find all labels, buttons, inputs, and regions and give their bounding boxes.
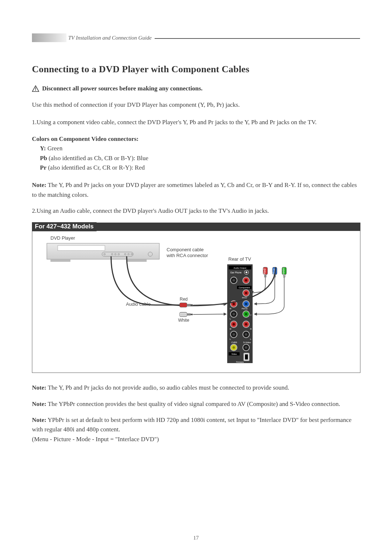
tv-rear-panel-icon: Audio Output Ear Phone Component [227, 264, 253, 367]
colors-heading: Colors on Component Video connectors: [32, 134, 360, 144]
svg-point-36 [233, 323, 235, 326]
diagram-header: For 427~432 Models [32, 222, 97, 231]
note-audio: Note: The Y, Pb and Pr jacks do not prov… [32, 383, 360, 393]
red-vert-label: Red [263, 269, 266, 275]
header-gradient-bar [32, 33, 66, 42]
note-interlace-text-2: (Menu - Picture - Mode - Input = "Interl… [32, 436, 159, 443]
svg-rect-49 [245, 354, 248, 359]
svg-rect-61 [191, 314, 193, 315]
svg-rect-56 [180, 303, 187, 307]
panel-r-3: R [250, 328, 252, 330]
color-pr-row: Pr (also identified as Cr, CR or R-Y): R… [32, 163, 360, 172]
green-component-line [254, 277, 284, 314]
page-header: TV Installation and Connection Guide [32, 35, 360, 43]
svg-point-26 [245, 292, 248, 294]
svg-point-2 [35, 90, 36, 91]
note-label: Note: [32, 182, 46, 188]
svg-rect-57 [187, 304, 191, 306]
color-y-label: Y: [40, 145, 46, 152]
svg-point-32 [233, 313, 235, 316]
warning-row: Disconnect all power sources before maki… [32, 85, 360, 92]
note-label: Note: [32, 401, 46, 407]
page-content: Connecting to a DVD Player with Componen… [32, 64, 360, 444]
panel-cvbs: CVBS [231, 341, 237, 343]
dvd-player-icon [47, 243, 159, 262]
color-pb-label: Pb [40, 155, 47, 162]
audio-white-arrow [193, 314, 226, 314]
svg-rect-4 [58, 245, 105, 251]
note-audio-text: The Y, Pb and Pr jacks do not provide au… [48, 384, 289, 391]
svg-point-21 [233, 279, 235, 282]
svg-point-19 [246, 272, 248, 273]
diagram: For 427~432 Models DVD Player [32, 223, 360, 373]
component-cable-label-1: Component cable [167, 247, 204, 252]
note-quality: Note: The YPbPr connection provides the … [32, 399, 360, 409]
colors-block: Colors on Component Video connectors: Y:… [32, 134, 360, 172]
audio-red-arrow [193, 304, 226, 305]
svg-point-34 [245, 313, 248, 316]
audio-cable-arc [111, 257, 181, 305]
warning-text: Disconnect all power sources before maki… [42, 85, 203, 92]
panel-r-1: R [230, 308, 232, 310]
svg-point-23 [245, 279, 248, 282]
note-labeling-text: The Y, Pb and Pr jacks on your DVD playe… [32, 182, 357, 198]
note-label: Note: [32, 384, 46, 391]
svg-point-30 [245, 303, 248, 305]
svg-rect-60 [187, 313, 191, 316]
page: TV Installation and Connection Guide Con… [0, 0, 392, 557]
dvd-player-label: DVD Player [50, 235, 75, 241]
svg-rect-14 [50, 259, 70, 262]
panel-audio-output: Audio Output [233, 267, 246, 269]
note-quality-text: The YPbPr connection provides the best q… [48, 401, 340, 407]
panel-pbcb: Pb/Cb [242, 308, 248, 310]
color-pr-value: (also identified as Cr, CR or R-Y): Red [48, 164, 145, 171]
component-cable-label-2: with RCA connector [166, 253, 208, 258]
rear-tv-label: Rear of TV [228, 256, 251, 262]
note-labeling: Note: The Y, Pb and Pr jacks on your DVD… [32, 180, 360, 200]
color-y-value: Green [48, 145, 63, 152]
panel-fw3: Port [238, 365, 242, 367]
step-1: 1.Using a component video cable, connect… [32, 118, 360, 127]
svg-point-44 [233, 346, 235, 349]
component-cable-arc [127, 257, 275, 306]
color-pr-label: Pr [40, 164, 46, 171]
warning-icon [32, 85, 39, 92]
diagram-svg: DVD Player [36, 233, 355, 367]
svg-point-40 [233, 333, 235, 336]
svg-point-38 [245, 323, 248, 326]
panel-component: Component [238, 286, 250, 289]
page-title: Connecting to a DVD Player with Componen… [32, 64, 360, 75]
svg-point-42 [245, 333, 248, 336]
color-y-row: Y: Green [32, 144, 360, 153]
svg-point-28 [233, 303, 235, 305]
svg-rect-58 [191, 304, 193, 306]
panel-video: Video [231, 353, 237, 355]
panel-earphone: Ear Phone [230, 271, 242, 274]
svg-rect-15 [127, 259, 147, 262]
panel-r-2: R [230, 328, 232, 330]
audio-white-label: White [178, 318, 189, 323]
page-number: 17 [0, 535, 392, 541]
panel-svideo: S-Video [243, 341, 251, 343]
audio-red-plug-icon [180, 303, 193, 307]
color-pb-value: (also identified as Cb, CB or B-Y): Blue [49, 155, 148, 162]
svg-point-46 [245, 346, 248, 349]
step-2: 2.Using an Audio cable, connect the DVD … [32, 206, 360, 216]
panel-y: Y [250, 314, 252, 316]
note-interlace: Note: YPbPr is set at default to best pe… [32, 415, 360, 444]
audio-white-plug-icon [180, 312, 193, 317]
running-title: TV Installation and Connection Guide [68, 35, 152, 41]
header-rule [155, 38, 360, 39]
note-interlace-text-1: YPbPr is set at default to best perform … [32, 416, 352, 433]
intro-paragraph: Use this method of connection if your DV… [32, 100, 360, 110]
audio-red-label: Red [180, 297, 188, 302]
note-label: Note: [32, 416, 46, 423]
diagram-box: DVD Player [32, 231, 360, 373]
green-vert-label: Green [282, 268, 285, 277]
color-pb-row: Pb (also identified as Cb, CB or B-Y): B… [32, 154, 360, 163]
